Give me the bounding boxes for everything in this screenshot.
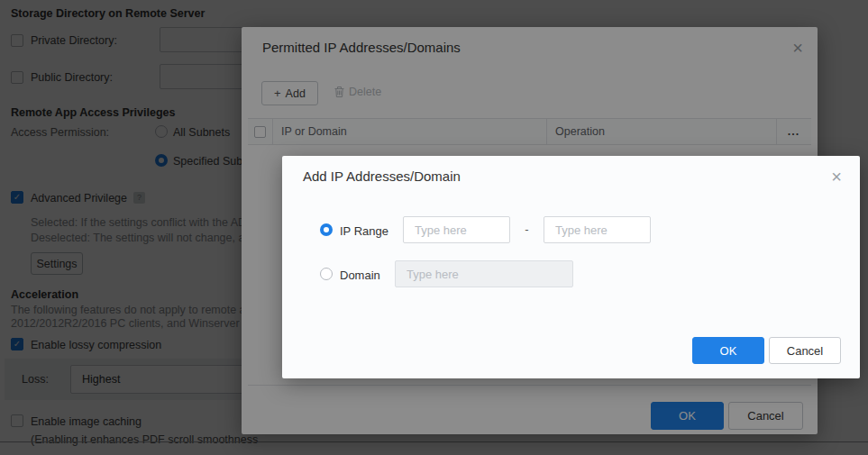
ip-range-label: IP Range	[340, 224, 388, 238]
close-icon[interactable]: ×	[831, 168, 842, 186]
add-ip-modal: Add IP Addresses/Domain × IP Range - Dom…	[282, 156, 860, 378]
add-modal-title: Add IP Addresses/Domain	[303, 168, 461, 184]
range-separator: -	[510, 223, 544, 236]
ip-range-radio[interactable]	[320, 223, 333, 236]
ip-range-end-input[interactable]	[544, 216, 651, 243]
domain-label: Domain	[340, 268, 380, 282]
domain-input[interactable]	[395, 260, 573, 287]
screen: Storage Directory on Remote Server Priva…	[0, 0, 868, 455]
ip-range-start-input[interactable]	[403, 216, 510, 243]
add-ok-button[interactable]: OK	[692, 337, 764, 364]
add-cancel-button[interactable]: Cancel	[769, 337, 841, 364]
domain-radio[interactable]	[320, 268, 333, 280]
